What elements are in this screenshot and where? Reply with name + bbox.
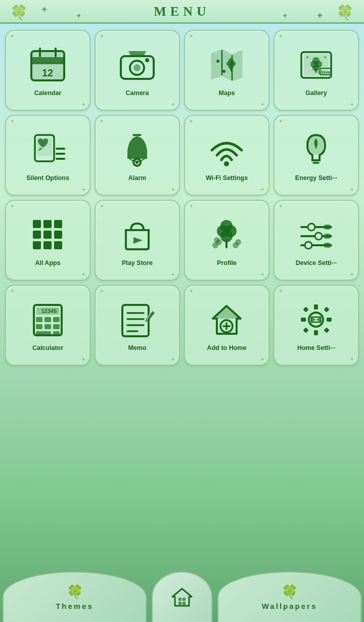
svg-rect-78 xyxy=(36,317,42,322)
svg-rect-85 xyxy=(53,331,60,336)
app-item-gallery[interactable]: Clover Gallery xyxy=(274,30,359,111)
svg-rect-82 xyxy=(44,324,51,329)
svg-point-68 xyxy=(315,233,322,240)
app-item-energy-settings[interactable]: Energy Setti··· xyxy=(274,115,359,196)
home-settings-icon xyxy=(296,300,337,340)
svg-rect-81 xyxy=(36,324,42,329)
app-label-home-settings: Home Setti··· xyxy=(297,344,336,352)
svg-rect-84 xyxy=(36,331,51,336)
svg-rect-102 xyxy=(303,327,308,333)
svg-text:12: 12 xyxy=(42,67,53,78)
svg-point-72 xyxy=(305,242,312,249)
nav-themes-clover: 🍀 xyxy=(67,584,83,600)
svg-rect-96 xyxy=(314,304,318,309)
svg-point-17 xyxy=(216,60,219,63)
app-item-silent-options[interactable]: Silent Options xyxy=(5,115,90,196)
calendar-icon: 12 xyxy=(28,45,68,85)
app-label-alarm: Alarm xyxy=(128,174,146,182)
svg-point-23 xyxy=(312,57,320,64)
camera-icon xyxy=(117,45,158,85)
svg-text:12345: 12345 xyxy=(41,308,57,314)
all-apps-icon xyxy=(28,215,68,255)
svg-rect-98 xyxy=(301,318,306,322)
app-item-add-to-home[interactable]: Add to Home xyxy=(184,285,269,366)
profile-icon xyxy=(207,215,247,255)
svg-rect-50 xyxy=(43,241,52,249)
svg-rect-105 xyxy=(183,598,186,601)
app-item-play-store[interactable]: Play Store xyxy=(95,200,180,281)
svg-rect-2 xyxy=(31,57,64,64)
app-label-all-apps: All Apps xyxy=(35,259,60,267)
svg-point-64 xyxy=(308,224,315,231)
svg-rect-46 xyxy=(33,231,41,239)
app-item-wifi-settings[interactable]: Wi-Fi Settings xyxy=(184,115,269,196)
nav-btn-themes[interactable]: 🍀 Themes xyxy=(3,571,147,622)
svg-point-9 xyxy=(145,58,149,62)
calculator-icon: 12345 xyxy=(28,300,68,340)
svg-rect-104 xyxy=(178,598,181,601)
nav-btn-wallpapers[interactable]: 🍀 Wallpapers xyxy=(217,571,361,622)
gallery-icon: Clover xyxy=(296,45,337,85)
app-label-maps: Maps xyxy=(219,90,235,97)
app-label-calculator: Calculator xyxy=(32,344,63,352)
app-item-camera[interactable]: Camera xyxy=(95,30,180,111)
app-item-device-settings[interactable]: Device Setti··· xyxy=(274,200,359,281)
svg-rect-47 xyxy=(43,231,52,239)
app-label-camera: Camera xyxy=(126,90,149,97)
svg-point-29 xyxy=(324,56,326,58)
svg-rect-49 xyxy=(33,241,41,249)
add-to-home-icon xyxy=(207,300,247,340)
svg-point-14 xyxy=(229,58,234,63)
app-label-play-store: Play Store xyxy=(122,259,153,267)
app-item-calculator[interactable]: 12345 Calculator xyxy=(5,285,90,366)
svg-rect-48 xyxy=(54,231,62,239)
app-label-memo: Memo xyxy=(128,344,146,352)
app-label-device-settings: Device Setti··· xyxy=(296,259,337,267)
svg-rect-99 xyxy=(327,318,332,322)
energy-icon xyxy=(296,130,337,170)
play-store-icon xyxy=(117,215,158,255)
svg-rect-103 xyxy=(324,327,329,333)
svg-point-74 xyxy=(326,243,331,248)
svg-rect-101 xyxy=(324,306,329,312)
app-item-home-settings[interactable]: Home Setti··· xyxy=(274,285,359,366)
bottom-nav: 🍀 Themes 🍀 Wallpapers xyxy=(0,571,364,622)
alarm-icon xyxy=(117,130,158,170)
page-wrapper: 🍀 ✦ ✦ 🍀 ✦ ✦ MENU 12 Cale xyxy=(0,0,364,622)
nav-themes-label: Themes xyxy=(56,602,94,610)
svg-rect-51 xyxy=(54,241,62,249)
app-item-alarm[interactable]: Alarm xyxy=(95,115,180,196)
svg-rect-45 xyxy=(54,220,62,228)
maps-icon xyxy=(207,45,247,85)
svg-rect-43 xyxy=(33,220,41,228)
nav-btn-home[interactable] xyxy=(152,571,212,622)
app-item-maps[interactable]: Maps xyxy=(184,30,269,111)
silent-options-icon xyxy=(28,130,68,170)
memo-icon xyxy=(117,300,158,340)
svg-point-8 xyxy=(133,64,141,71)
svg-point-66 xyxy=(326,225,331,230)
svg-rect-106 xyxy=(178,602,181,605)
svg-point-28 xyxy=(306,56,308,58)
app-label-energy-settings: Energy Setti··· xyxy=(295,174,337,182)
svg-point-70 xyxy=(326,234,331,239)
app-label-add-to-home: Add to Home xyxy=(207,344,247,352)
app-item-calendar[interactable]: 12 Calendar xyxy=(5,30,90,111)
app-label-silent-options: Silent Options xyxy=(26,174,69,182)
home-icon xyxy=(169,585,195,610)
svg-rect-83 xyxy=(53,324,60,329)
svg-point-60 xyxy=(214,237,220,243)
app-label-profile: Profile xyxy=(217,259,237,267)
app-item-profile[interactable]: Profile xyxy=(184,200,269,281)
header: 🍀 ✦ ✦ 🍀 ✦ ✦ MENU xyxy=(0,0,364,24)
app-item-all-apps[interactable]: All Apps xyxy=(5,200,90,281)
menu-title: MENU xyxy=(0,4,364,19)
svg-rect-44 xyxy=(43,220,52,228)
app-label-calendar: Calendar xyxy=(34,90,62,97)
svg-point-18 xyxy=(222,70,225,73)
wifi-icon xyxy=(207,130,247,170)
svg-rect-80 xyxy=(53,317,60,322)
app-item-memo[interactable]: Memo xyxy=(95,285,180,366)
app-label-wifi-settings: Wi-Fi Settings xyxy=(206,174,248,182)
svg-rect-79 xyxy=(44,317,51,322)
